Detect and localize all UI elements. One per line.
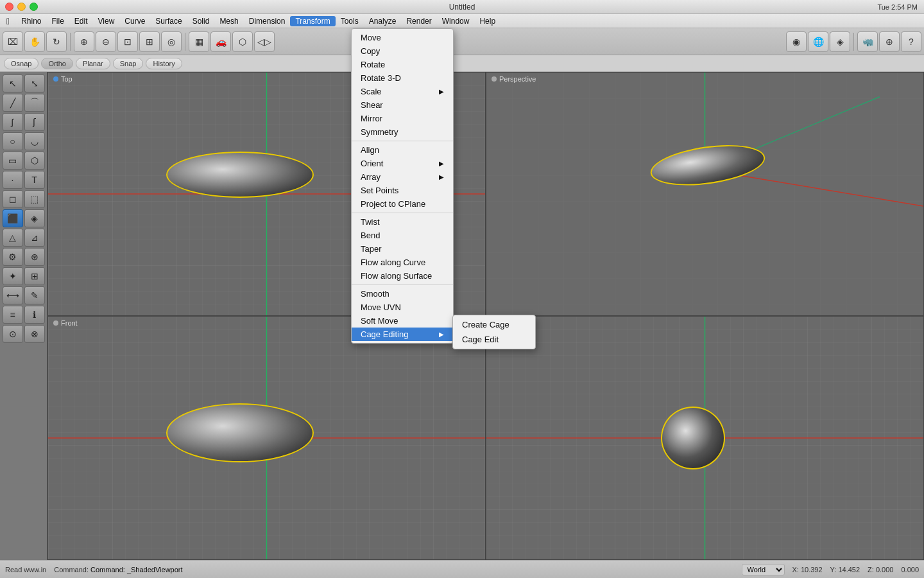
menu-array[interactable]: Array ▶: [352, 170, 453, 184]
text-btn[interactable]: T: [24, 171, 45, 189]
snap-button[interactable]: Snap: [113, 58, 144, 69]
system-time: Tue 2:54 PM: [877, 3, 918, 11]
analysis-btn[interactable]: ⊙: [3, 325, 23, 343]
menu-softmove[interactable]: Soft Move: [352, 314, 453, 328]
minimize-button[interactable]: [17, 3, 26, 11]
maximize-button[interactable]: [30, 3, 38, 11]
menu-help[interactable]: Help: [474, 16, 501, 26]
menu-rhino[interactable]: Rhino: [16, 16, 46, 26]
menu-copy[interactable]: Copy: [352, 44, 453, 58]
globe-tool[interactable]: 🌐: [808, 31, 828, 52]
menu-curve[interactable]: Curve: [119, 16, 150, 26]
mesh-btn[interactable]: △: [3, 229, 23, 247]
menu-flowalongcurve[interactable]: Flow along Curve: [352, 256, 453, 269]
viewport-right[interactable]: Right: [486, 316, 924, 560]
transform-btn[interactable]: ⚙: [3, 248, 23, 266]
motion-btn[interactable]: ⊛: [24, 248, 45, 266]
surface-btn[interactable]: ◻: [3, 190, 23, 208]
ortho-button[interactable]: Ortho: [41, 58, 73, 69]
point-btn[interactable]: ·: [3, 171, 23, 189]
circle-btn[interactable]: ○: [3, 132, 23, 150]
menu-render[interactable]: Render: [401, 16, 436, 26]
menu-tools[interactable]: Tools: [336, 16, 364, 26]
status-x: X: 10.392: [792, 566, 823, 574]
solid-tools-btn[interactable]: ◈: [24, 209, 45, 227]
menu-edit[interactable]: Edit: [69, 16, 93, 26]
render-preview-tool[interactable]: ◈: [830, 31, 850, 52]
viewports-tool[interactable]: ▦: [189, 31, 209, 52]
annotation-btn[interactable]: ✎: [24, 286, 45, 304]
menu-twist[interactable]: Twist: [352, 215, 453, 229]
dim-btn[interactable]: ⟷: [3, 286, 23, 304]
menu-projectcplane[interactable]: Project to CPlane: [352, 197, 453, 211]
world-select[interactable]: World CPlane: [742, 564, 785, 575]
nurbs-btn[interactable]: ⬚: [24, 190, 45, 208]
zoom-selected-tool[interactable]: ◎: [161, 31, 182, 52]
zoom-out-tool[interactable]: ⊖: [96, 31, 116, 52]
menu-scale[interactable]: Scale ▶: [352, 85, 453, 98]
solid-box-btn[interactable]: ⬛: [3, 209, 23, 227]
rotate-view-tool[interactable]: ↻: [46, 31, 67, 52]
menu-surface[interactable]: Surface: [150, 16, 187, 26]
submenu-cageedit[interactable]: Cage Edit: [453, 332, 535, 347]
draw-line-btn[interactable]: ╱: [3, 94, 23, 112]
menu-solid[interactable]: Solid: [187, 16, 215, 26]
viewport-front[interactable]: Front: [47, 316, 486, 560]
select-region-btn[interactable]: ⤡: [24, 74, 45, 92]
menu-rotate[interactable]: Rotate: [352, 58, 453, 71]
wire-view-tool[interactable]: ⬡: [232, 31, 253, 52]
zoom-window-tool[interactable]: ⊞: [139, 31, 160, 52]
rhino-logo-tool[interactable]: 🦏: [857, 31, 878, 52]
cage-edit-sidebar-btn[interactable]: ⊞: [24, 267, 45, 285]
shaded-view-tool[interactable]: 🚗: [210, 31, 231, 52]
menu-moveuvn[interactable]: Move UVN: [352, 301, 453, 314]
polygon-btn[interactable]: ⬡: [24, 152, 45, 170]
menu-shear[interactable]: Shear: [352, 98, 453, 112]
menu-orient[interactable]: Orient ▶: [352, 157, 453, 170]
planar-button[interactable]: Planar: [76, 58, 110, 69]
viewport-perspective[interactable]: Perspective: [486, 72, 924, 316]
arc-btn[interactable]: ◡: [24, 132, 45, 150]
menu-transform[interactable]: Transform: [290, 16, 335, 26]
menu-align[interactable]: Align: [352, 143, 453, 157]
zoom-in-tool[interactable]: ⊕: [74, 31, 94, 52]
sphere-tool[interactable]: ◉: [786, 31, 807, 52]
submenu-createcage[interactable]: Create Cage: [453, 317, 535, 332]
menu-smooth[interactable]: Smooth: [352, 287, 453, 301]
menu-mirror[interactable]: Mirror: [352, 112, 453, 125]
select-objects-btn[interactable]: ↖: [3, 74, 23, 92]
menu-analyze[interactable]: Analyze: [364, 16, 402, 26]
rectangle-btn[interactable]: ▭: [3, 152, 23, 170]
mesh-tools-btn[interactable]: ⊿: [24, 229, 45, 247]
menu-file[interactable]: File: [46, 16, 69, 26]
menu-window[interactable]: Window: [437, 16, 475, 26]
menu-cageediting[interactable]: Cage Editing ▶: [352, 328, 453, 341]
menu-view[interactable]: View: [93, 16, 120, 26]
menu-taper[interactable]: Taper: [352, 242, 453, 256]
menu-rotate3d[interactable]: Rotate 3-D: [352, 71, 453, 85]
snap-tool[interactable]: ⊕: [879, 31, 900, 52]
zoom-extents-tool[interactable]: ⊡: [117, 31, 138, 52]
menu-symmetry[interactable]: Symmetry: [352, 125, 453, 139]
apple-menu[interactable]: : [3, 15, 13, 27]
point-edit-btn[interactable]: ✦: [3, 267, 23, 285]
layer-btn[interactable]: ≡: [3, 306, 23, 324]
draw-curve-btn[interactable]: ∫: [3, 113, 23, 131]
close-button[interactable]: [5, 3, 13, 11]
freeform-btn[interactable]: ʃ: [24, 113, 45, 131]
menu-bend[interactable]: Bend: [352, 229, 453, 242]
osnap-button[interactable]: Osnap: [4, 58, 38, 69]
properties-btn[interactable]: ℹ: [24, 306, 45, 324]
draw-polyline-btn[interactable]: ⌒: [24, 94, 45, 112]
history-button[interactable]: History: [146, 58, 182, 69]
back-view-tool[interactable]: ◁▷: [254, 31, 275, 52]
select-tool[interactable]: ⌧: [3, 31, 23, 52]
menu-mesh[interactable]: Mesh: [214, 16, 243, 26]
help-tool[interactable]: ?: [901, 31, 921, 52]
menu-setpoints[interactable]: Set Points: [352, 184, 453, 197]
menu-move[interactable]: Move: [352, 31, 453, 44]
extra-btn[interactable]: ⊗: [24, 325, 45, 343]
pan-tool[interactable]: ✋: [24, 31, 45, 52]
menu-flowalongsurf[interactable]: Flow along Surface: [352, 269, 453, 283]
menu-dimension[interactable]: Dimension: [244, 16, 291, 26]
